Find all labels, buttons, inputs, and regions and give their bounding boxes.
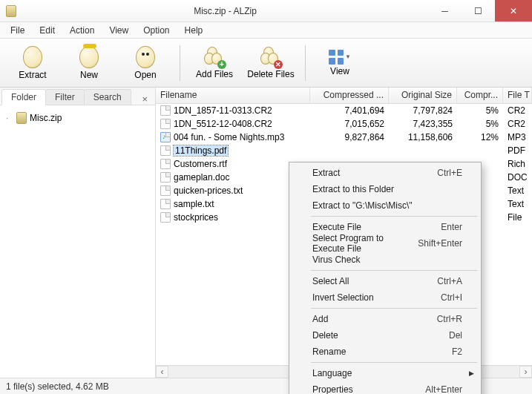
open-label: Open xyxy=(134,70,156,80)
archive-icon xyxy=(16,112,27,124)
context-item-shortcut: F2 xyxy=(452,347,462,357)
maximize-button[interactable]: ☐ xyxy=(462,0,495,22)
file-ratio: 12% xyxy=(457,131,503,143)
file-type: Text xyxy=(503,185,532,197)
tab-folder[interactable]: Folder xyxy=(1,89,46,105)
open-button[interactable]: Open xyxy=(119,42,172,85)
file-compressed: 7,015,652 xyxy=(310,118,389,130)
submenu-arrow-icon: ▶ xyxy=(469,370,474,377)
context-menu-item[interactable]: ExtractCtrl+E xyxy=(292,165,479,181)
file-row[interactable]: 1DN_5512-12-0408.CR27,015,6527,423,3555%… xyxy=(156,117,532,131)
menu-edit[interactable]: Edit xyxy=(32,24,62,37)
context-item-label: Select All xyxy=(312,276,349,286)
context-item-label: Properties xyxy=(312,384,353,394)
tree-item[interactable]: · Misc.zip xyxy=(4,111,151,125)
delete-files-button[interactable]: ✕ Delete Files xyxy=(244,42,298,85)
file-original: 7,423,355 xyxy=(389,118,457,130)
scroll-right-arrow[interactable]: › xyxy=(519,366,532,378)
file-row[interactable]: 004 fun. - Some Nights.mp39,827,86411,15… xyxy=(156,131,532,144)
context-item-shortcut: Ctrl+R xyxy=(437,314,462,324)
file-icon xyxy=(160,132,171,142)
context-item-shortcut: Alt+Enter xyxy=(425,384,462,394)
chevron-down-icon: ▼ xyxy=(345,53,351,60)
minimize-button[interactable]: ─ xyxy=(428,0,462,22)
file-type: File xyxy=(503,211,532,223)
context-item-label: Invert Selection xyxy=(312,292,374,303)
col-compressed[interactable]: Compressed ... xyxy=(310,88,389,103)
context-item-label: Rename xyxy=(312,347,346,357)
file-name: sample.txt xyxy=(174,199,214,209)
file-name: quicken-prices.txt xyxy=(174,185,243,196)
add-files-button[interactable]: + Add Files xyxy=(188,42,241,85)
file-icon xyxy=(160,172,171,183)
context-item-shortcut: Del xyxy=(449,330,462,341)
file-icon xyxy=(160,105,171,116)
col-original[interactable]: Original Size xyxy=(389,88,457,103)
eggs-icon: + xyxy=(204,47,225,68)
add-files-label: Add Files xyxy=(196,69,233,79)
tab-search[interactable]: Search xyxy=(84,89,131,105)
file-icon xyxy=(160,185,171,196)
file-ratio xyxy=(457,150,503,151)
menu-bar: File Edit Action View Option Help xyxy=(0,22,532,39)
context-item-label: Virus Check xyxy=(312,255,360,265)
context-menu-item[interactable]: Language▶ xyxy=(292,365,479,381)
file-icon xyxy=(160,212,171,223)
extract-button[interactable]: Extract xyxy=(6,42,59,85)
context-item-label: Execute File xyxy=(312,222,361,232)
context-item-label: Extract to "G:\Misc\Misc\" xyxy=(312,200,413,211)
file-type: MP3 xyxy=(503,131,532,143)
context-menu-item[interactable]: Select AllCtrl+A xyxy=(292,273,479,289)
egg-icon xyxy=(79,46,99,68)
file-icon xyxy=(160,119,171,129)
context-item-label: Extract xyxy=(312,168,340,178)
file-row[interactable]: 11Things.pdfPDF xyxy=(156,144,532,157)
context-item-shortcut: Ctrl+I xyxy=(441,292,462,303)
context-item-label: Add xyxy=(312,314,328,324)
file-compressed: 7,401,694 xyxy=(310,105,389,116)
folder-tree[interactable]: · Misc.zip xyxy=(0,105,155,378)
col-filename[interactable]: Filename xyxy=(156,88,310,103)
context-menu-item[interactable]: Select Program to Execute FileShift+Ente… xyxy=(292,235,479,252)
tree-caret-icon[interactable]: · xyxy=(6,113,13,123)
context-menu-item[interactable]: Extract to "G:\Misc\Misc\" xyxy=(292,197,479,214)
title-bar: Misc.zip - ALZip ─ ☐ ✕ xyxy=(0,0,532,22)
menu-view[interactable]: View xyxy=(102,24,136,37)
context-item-label: Delete xyxy=(312,330,338,341)
scroll-left-arrow[interactable]: ‹ xyxy=(156,366,168,378)
file-type: CR2 xyxy=(503,118,532,130)
tab-filter[interactable]: Filter xyxy=(45,89,85,105)
context-menu-item[interactable]: RenameF2 xyxy=(292,344,479,360)
file-name: gameplan.doc xyxy=(174,172,229,183)
context-menu-item[interactable]: Extract to this Folder xyxy=(292,181,479,197)
context-menu-item[interactable]: DeleteDel xyxy=(292,327,479,344)
toolbar: Extract New Open + Add Files ✕ Delete Fi… xyxy=(0,39,532,88)
eggs-icon: ✕ xyxy=(260,47,281,68)
file-name: 11Things.pdf xyxy=(174,145,228,156)
view-button[interactable]: ▼ View xyxy=(313,42,367,85)
file-type: DOC xyxy=(503,171,532,183)
file-name: 004 fun. - Some Nights.mp3 xyxy=(174,132,284,142)
grid-icon xyxy=(329,50,344,65)
context-menu-item[interactable]: PropertiesAlt+Enter xyxy=(292,381,479,394)
new-button[interactable]: New xyxy=(62,42,116,85)
context-menu-item[interactable]: AddCtrl+R xyxy=(292,311,479,327)
menu-file[interactable]: File xyxy=(3,24,32,37)
context-item-shortcut: Shift+Enter xyxy=(418,238,462,249)
file-name: Customers.rtf xyxy=(174,159,227,169)
context-separator xyxy=(311,362,477,363)
menu-help[interactable]: Help xyxy=(177,24,211,37)
context-menu-item[interactable]: Invert SelectionCtrl+I xyxy=(292,289,479,306)
menu-action[interactable]: Action xyxy=(62,24,102,37)
left-panel: Folder Filter Search × · Misc.zip xyxy=(0,88,156,378)
file-original xyxy=(389,150,457,151)
file-row[interactable]: 1DN_1857-11-0313.CR27,401,6947,797,8245%… xyxy=(156,104,532,117)
context-menu-item[interactable]: Virus Check xyxy=(292,252,479,268)
menu-option[interactable]: Option xyxy=(136,24,177,37)
status-text: 1 file(s) selected, 4.62 MB xyxy=(6,381,109,392)
tree-item-label: Misc.zip xyxy=(30,113,62,123)
close-button[interactable]: ✕ xyxy=(495,0,532,22)
col-filetype[interactable]: File T xyxy=(503,88,532,103)
panel-close-icon[interactable]: × xyxy=(139,93,151,105)
col-ratio[interactable]: Compr... xyxy=(457,88,503,103)
